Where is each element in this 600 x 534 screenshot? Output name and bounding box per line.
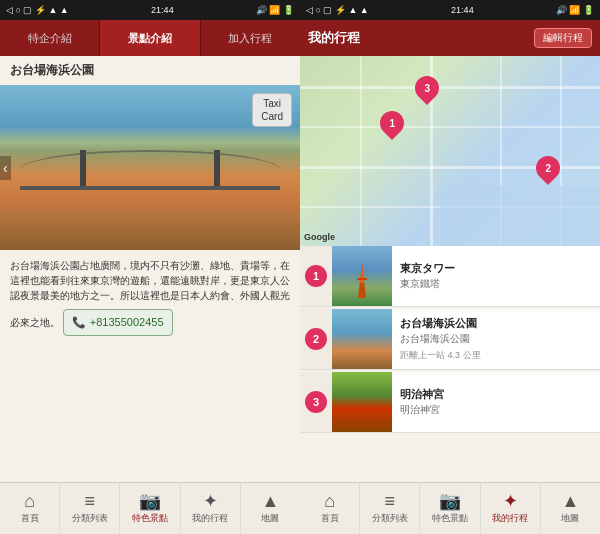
- status-bar-right: ◁ ○ ▢ ⚡ ▲ ▲ 21:44 🔊 📶 🔋: [300, 0, 600, 20]
- map-road-h1: [300, 86, 600, 89]
- nav-tab-add[interactable]: 加入行程: [201, 20, 300, 56]
- top-nav-left: 特企介紹 景點介紹 加入行程: [0, 20, 300, 56]
- beach-thumbnail: [332, 309, 392, 369]
- status-icons-right2: 🔊 📶 🔋: [556, 5, 594, 15]
- item-name-ja-1: 東京鐵塔: [400, 277, 592, 291]
- item-name-zh-3: 明治神宮: [400, 387, 592, 402]
- itinerary-list: 1 東京タワー 東京鐵塔 2: [300, 246, 600, 482]
- photo-area: TaxiCard ‹: [0, 85, 300, 250]
- item-name-ja-3: 明治神宮: [400, 403, 592, 417]
- nav-tab-features[interactable]: 特企介紹: [0, 20, 100, 56]
- bottom-tab-itinerary-left[interactable]: ✦ 我的行程: [181, 483, 241, 534]
- taxi-card-button[interactable]: TaxiCard: [252, 93, 292, 127]
- map-pin-1[interactable]: 1: [375, 106, 409, 140]
- list-icon-left: ≡: [85, 492, 96, 510]
- google-logo: Google: [304, 232, 335, 242]
- shrine-thumbnail: [332, 372, 392, 432]
- left-panel: ◁ ○ ▢ ⚡ ▲ ▲ 21:44 🔊 📶 🔋 特企介紹 景點介紹 加入行程 お…: [0, 0, 300, 534]
- camera-icon-left: 📷: [139, 492, 161, 510]
- itinerary-label-left: 我的行程: [192, 512, 228, 525]
- place-title: お台場海浜公園: [0, 56, 300, 85]
- phone-icon: 📞: [72, 314, 86, 331]
- tower-svg: [354, 263, 370, 298]
- itinerary-icon-left: ✦: [203, 492, 218, 510]
- list-item[interactable]: 2 お台場海浜公園 お台場海浜公園 距離上一站 4.3 公里: [300, 309, 600, 370]
- bottom-bar-left: ⌂ 首頁 ≡ 分類列表 📷 特色景點 ✦ 我的行程 ▲ 地圖: [0, 482, 300, 534]
- item-distance-2: 距離上一站 4.3 公里: [400, 349, 592, 362]
- bridge-silhouette: [20, 160, 280, 210]
- item-thumb-1: [332, 246, 392, 306]
- right-panel-title: 我的行程: [308, 29, 360, 47]
- status-icons-right-l: 🔊 📶 🔋: [256, 5, 294, 15]
- circle-num-1: 1: [305, 265, 327, 287]
- camera-icon-right: 📷: [439, 492, 461, 510]
- tower-thumbnail: [332, 246, 392, 306]
- bottom-tab-mytrip-right[interactable]: ✦ 我的行程: [481, 483, 541, 534]
- item-number-3: 3: [300, 372, 332, 432]
- status-icons-left: ◁ ○ ▢ ⚡ ▲ ▲: [6, 5, 69, 15]
- svg-rect-2: [357, 278, 367, 280]
- spots-label-left: 特色景點: [132, 512, 168, 525]
- item-info-2: お台場海浜公園 お台場海浜公園 距離上一站 4.3 公里: [392, 309, 600, 369]
- item-info-1: 東京タワー 東京鐵塔: [392, 246, 600, 306]
- map-road-h2: [300, 126, 600, 128]
- home-label-right: 首頁: [321, 512, 339, 525]
- item-name-zh-2: お台場海浜公園: [400, 316, 592, 331]
- list-item[interactable]: 3 明治神宮 明治神宮: [300, 372, 600, 433]
- map-area[interactable]: 1 2 3 Google: [300, 56, 600, 246]
- mytrip-label-right: 我的行程: [492, 512, 528, 525]
- map-icon-right: ▲: [562, 492, 580, 510]
- bottom-tab-spots-right[interactable]: 📷 特色景點: [420, 483, 480, 534]
- svg-rect-3: [359, 288, 365, 290]
- bottom-tab-spots-left[interactable]: 📷 特色景點: [120, 483, 180, 534]
- item-name-ja-2: お台場海浜公園: [400, 332, 592, 346]
- photo-prev-arrow[interactable]: ‹: [0, 156, 11, 180]
- map-road-v1: [360, 56, 362, 246]
- right-top-nav: 我的行程 編輯行程: [300, 20, 600, 56]
- mytrip-icon-right: ✦: [503, 492, 518, 510]
- phone-button[interactable]: 📞 +81355002455: [63, 309, 173, 336]
- time-left: 21:44: [151, 5, 174, 15]
- item-thumb-3: [332, 372, 392, 432]
- map-icon-left: ▲: [262, 492, 280, 510]
- bottom-tab-home-left[interactable]: ⌂ 首頁: [0, 483, 60, 534]
- home-icon-left: ⌂: [24, 492, 35, 510]
- bottom-tab-list-left[interactable]: ≡ 分類列表: [60, 483, 120, 534]
- item-number-2: 2: [300, 309, 332, 369]
- list-icon-right: ≡: [385, 492, 396, 510]
- map-pin-3[interactable]: 3: [410, 71, 444, 105]
- home-label-left: 首頁: [21, 512, 39, 525]
- description-area: お台場海浜公園占地廣闊，境内不只有沙灘、綠地、貴場等，在這裡也能看到往來東京灣的…: [0, 250, 300, 482]
- list-item[interactable]: 1 東京タワー 東京鐵塔: [300, 246, 600, 307]
- status-bar-left: ◁ ○ ▢ ⚡ ▲ ▲ 21:44 🔊 📶 🔋: [0, 0, 300, 20]
- phone-number: +81355002455: [90, 314, 164, 331]
- status-icons-right-r: ◁ ○ ▢ ⚡ ▲ ▲: [306, 5, 369, 15]
- right-panel: ◁ ○ ▢ ⚡ ▲ ▲ 21:44 🔊 📶 🔋 我的行程 編輯行程 1 2 3: [300, 0, 600, 534]
- nav-tab-attractions[interactable]: 景點介紹: [100, 20, 200, 56]
- item-thumb-2: [332, 309, 392, 369]
- item-number-1: 1: [300, 246, 332, 306]
- map-label-left: 地圖: [261, 512, 279, 525]
- item-info-3: 明治神宮 明治神宮: [392, 372, 600, 432]
- item-name-zh-1: 東京タワー: [400, 261, 592, 276]
- bottom-tab-map-left[interactable]: ▲ 地圖: [241, 483, 300, 534]
- bottom-tab-list-right[interactable]: ≡ 分類列表: [360, 483, 420, 534]
- map-background: 1 2 3 Google: [300, 56, 600, 246]
- edit-itinerary-button[interactable]: 編輯行程: [534, 28, 592, 48]
- time-right: 21:44: [451, 5, 474, 15]
- map-label-right: 地圖: [561, 512, 579, 525]
- bottom-tab-map-right[interactable]: ▲ 地圖: [541, 483, 600, 534]
- bottom-tab-home-right[interactable]: ⌂ 首頁: [300, 483, 360, 534]
- map-water: [440, 186, 600, 246]
- bridge-cable: [20, 150, 280, 190]
- list-label-left: 分類列表: [72, 512, 108, 525]
- spots-label-right: 特色景點: [432, 512, 468, 525]
- water-reflection: [0, 210, 300, 250]
- circle-num-2: 2: [305, 328, 327, 350]
- home-icon-right: ⌂: [324, 492, 335, 510]
- bottom-bar-right: ⌂ 首頁 ≡ 分類列表 📷 特色景點 ✦ 我的行程 ▲ 地圖: [300, 482, 600, 534]
- list-label-right: 分類列表: [372, 512, 408, 525]
- circle-num-3: 3: [305, 391, 327, 413]
